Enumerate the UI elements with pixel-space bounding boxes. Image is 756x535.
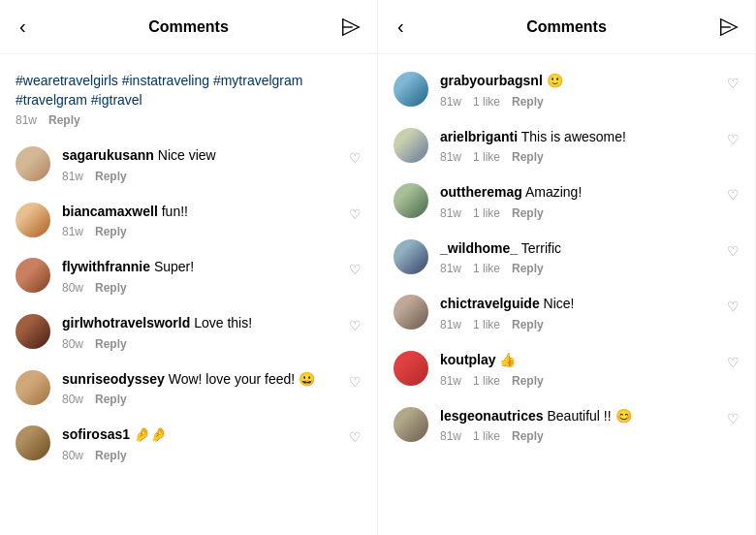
reply-button[interactable]: Reply (512, 262, 544, 275)
list-item: lesgeonautrices Beautiful !! 😊 81w 1 lik… (378, 397, 755, 454)
reply-button[interactable]: Reply (512, 95, 544, 109)
comment-username: grabyourbagsnl (440, 73, 543, 88)
comment-content: outtheremag Amazing! 81w 1 like Reply (440, 183, 740, 220)
comment-content: grabyourbagsnl 🙂 81w 1 like Reply (440, 72, 740, 109)
like-icon[interactable]: ♡ (349, 150, 362, 166)
comment-likes: 1 like (473, 150, 500, 164)
comment-time: 81w (440, 206, 461, 220)
list-item: sagarukusann Nice view 81w Reply ♡ (0, 137, 377, 193)
comment-meta: 80w Reply (62, 281, 362, 295)
comment-username: girlwhotravelsworld (62, 315, 190, 330)
like-icon[interactable]: ♡ (349, 374, 362, 390)
reply-button[interactable]: Reply (95, 170, 127, 183)
comment-content: sofirosas1 🤌🤌 80w Reply (62, 425, 362, 462)
right-comments-list: grabyourbagsnl 🙂 81w 1 like Reply ♡ arie… (378, 54, 755, 535)
like-icon[interactable]: ♡ (727, 355, 740, 370)
like-icon[interactable]: ♡ (727, 187, 740, 203)
comment-text: sofirosas1 🤌🤌 (62, 425, 362, 445)
comment-meta: 81w 1 like Reply (440, 429, 740, 443)
send-icon[interactable] (718, 16, 740, 38)
comment-content: _wildhome_ Terrific 81w 1 like Reply (440, 239, 740, 276)
comment-time: 80w (62, 393, 83, 406)
comment-meta: 81w Reply (62, 225, 362, 238)
comment-time: 81w (16, 113, 37, 127)
reply-button[interactable]: Reply (95, 449, 127, 462)
reply-button[interactable]: Reply (512, 318, 544, 331)
comment-username: flywithfrannie (62, 259, 150, 274)
back-icon[interactable]: ‹ (394, 12, 408, 42)
comment-content: sagarukusann Nice view 81w Reply (62, 146, 362, 183)
avatar (394, 295, 428, 330)
comment-content: arielbriganti This is awesome! 81w 1 lik… (440, 128, 740, 165)
reply-button[interactable]: Reply (512, 429, 544, 443)
comment-content: #wearetravelgirls #instatraveling #mytra… (16, 72, 362, 127)
comment-meta: 81w 1 like Reply (440, 374, 740, 388)
like-icon[interactable]: ♡ (349, 429, 362, 445)
comment-text: outtheremag Amazing! (440, 183, 740, 203)
avatar (16, 146, 50, 181)
like-icon[interactable]: ♡ (727, 76, 740, 91)
right-header: ‹ Comments (378, 0, 755, 54)
like-icon[interactable]: ♡ (727, 411, 740, 426)
avatar (16, 258, 50, 293)
like-icon[interactable]: ♡ (349, 262, 362, 277)
comment-text: sagarukusann Nice view (62, 146, 362, 166)
list-item: girlwhotravelsworld Love this! 80w Reply… (0, 304, 377, 361)
comment-meta: 81w 1 like Reply (440, 318, 740, 331)
comment-time: 81w (440, 429, 461, 443)
right-back[interactable]: ‹ (394, 12, 408, 42)
list-item: flywithfrannie Super! 80w Reply ♡ (0, 248, 377, 304)
right-send[interactable] (718, 16, 740, 38)
reply-button[interactable]: Reply (95, 281, 127, 295)
reply-button[interactable]: Reply (512, 374, 544, 388)
comment-text: sunriseodyssey Wow! love your feed! 😀 (62, 370, 362, 390)
like-icon[interactable]: ♡ (349, 206, 362, 222)
like-icon[interactable]: ♡ (349, 318, 362, 333)
left-back[interactable]: ‹ (16, 12, 30, 42)
reply-button[interactable]: Reply (512, 206, 544, 220)
reply-button[interactable]: Reply (512, 150, 544, 164)
comment-likes: 1 like (473, 429, 500, 443)
comment-content: girlwhotravelsworld Love this! 80w Reply (62, 314, 362, 351)
comment-likes: 1 like (473, 206, 500, 220)
avatar (16, 425, 50, 460)
like-icon[interactable]: ♡ (727, 243, 740, 259)
avatar (394, 183, 428, 218)
comment-text: lesgeonautrices Beautiful !! 😊 (440, 407, 740, 426)
comment-username: arielbriganti (440, 129, 518, 144)
like-icon[interactable]: ♡ (727, 299, 740, 314)
avatar (394, 128, 428, 163)
hashtag-text: #wearetravelgirls #instatraveling #mytra… (16, 72, 362, 110)
comment-text: arielbriganti This is awesome! (440, 128, 740, 147)
comment-username: koutplay (440, 352, 496, 367)
list-item: _wildhome_ Terrific 81w 1 like Reply ♡ (378, 230, 755, 286)
reply-button[interactable]: Reply (48, 113, 80, 127)
right-panel: ‹ Comments grabyourbagsnl 🙂 81w 1 like R… (378, 0, 756, 535)
comment-username: biancamaxwell (62, 204, 158, 219)
left-comments-list: #wearetravelgirls #instatraveling #mytra… (0, 54, 377, 535)
list-item: koutplay 👍 81w 1 like Reply ♡ (378, 341, 755, 397)
reply-button[interactable]: Reply (95, 337, 127, 351)
left-header: ‹ Comments (0, 0, 377, 54)
comment-likes: 1 like (473, 318, 500, 331)
avatar (394, 239, 428, 274)
send-icon[interactable] (340, 16, 362, 38)
back-icon[interactable]: ‹ (16, 12, 30, 42)
comment-username: sofirosas1 (62, 426, 130, 442)
reply-button[interactable]: Reply (95, 225, 127, 238)
comment-text: girlwhotravelsworld Love this! (62, 314, 362, 333)
comment-content: chictravelguide Nice! 81w 1 like Reply (440, 295, 740, 331)
comment-content: sunriseodyssey Wow! love your feed! 😀 80… (62, 370, 362, 407)
comment-time: 80w (62, 281, 83, 295)
comment-text: chictravelguide Nice! (440, 295, 740, 314)
list-item: outtheremag Amazing! 81w 1 like Reply ♡ (378, 173, 755, 230)
comment-time: 81w (440, 95, 461, 109)
comment-meta: 81w 1 like Reply (440, 206, 740, 220)
left-panel: ‹ Comments #wearetravelgirls #instatrave… (0, 0, 378, 535)
left-send[interactable] (340, 16, 362, 38)
avatar (394, 351, 428, 386)
comment-content: koutplay 👍 81w 1 like Reply (440, 351, 740, 388)
reply-button[interactable]: Reply (95, 393, 127, 406)
comment-likes: 1 like (473, 262, 500, 275)
like-icon[interactable]: ♡ (727, 132, 740, 147)
